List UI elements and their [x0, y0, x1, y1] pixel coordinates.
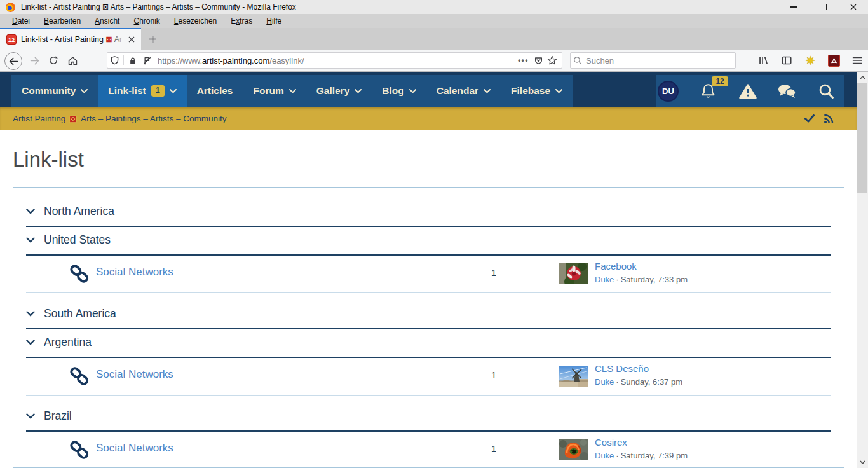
toolbar-right-icons: [756, 52, 864, 69]
page-actions-icon[interactable]: •••: [518, 56, 529, 65]
category-header-brazil[interactable]: Brazil: [26, 403, 831, 432]
link-row-facebook: Social Networks 1 Facebook Duke·Saturday…: [26, 256, 831, 293]
scroll-up-arrow[interactable]: [857, 72, 868, 83]
category-header-south-america[interactable]: South America: [26, 301, 831, 329]
search-bar[interactable]: [570, 52, 736, 69]
orange-tulip-thumbnail[interactable]: [559, 439, 588, 460]
windmill-thumbnail[interactable]: [559, 366, 588, 387]
chevron-down-icon: [81, 89, 88, 93]
extension-burst-icon[interactable]: [803, 53, 817, 67]
forward-button[interactable]: [26, 52, 43, 69]
site-symbol: ⊠: [69, 114, 77, 124]
address-bar[interactable]: https://www.artist-painting.com/easylink…: [107, 52, 562, 69]
author-link[interactable]: Duke: [595, 451, 614, 460]
breadcrumb-actions: [804, 114, 844, 124]
subcategory-link[interactable]: Social Networks: [96, 266, 173, 279]
chevron-down-icon: [170, 89, 177, 93]
nav-forum[interactable]: Forum: [243, 75, 306, 107]
category-header-united-states[interactable]: United States: [26, 227, 831, 256]
acrobat-extension-icon[interactable]: [827, 53, 841, 67]
menu-chronik[interactable]: Chronik: [126, 15, 166, 27]
bookmark-star-icon[interactable]: [545, 53, 559, 67]
nav-link-list[interactable]: Link-list1: [98, 75, 186, 107]
nav-calendar[interactable]: Calendar: [426, 75, 501, 107]
link-count: 1: [487, 268, 501, 278]
menu-bearbeiten[interactable]: Bearbeiten: [37, 15, 88, 27]
library-icon[interactable]: [756, 53, 770, 67]
link-list-card: North America United States Social Netwo…: [13, 187, 844, 468]
red-white-flower-thumbnail[interactable]: [559, 263, 588, 284]
nav-filebase[interactable]: Filebase: [501, 75, 573, 107]
lock-icon[interactable]: [126, 53, 140, 67]
reload-button[interactable]: [45, 52, 62, 69]
breadcrumb-site-link[interactable]: Artist Painting: [13, 114, 65, 123]
conversations-button[interactable]: [777, 81, 796, 100]
hamburger-menu-icon[interactable]: [850, 53, 864, 67]
chevron-down-icon: [355, 89, 362, 93]
chain-link-icon: [69, 366, 90, 389]
firefox-logo-icon: [6, 3, 15, 12]
sidebar-toggle-icon[interactable]: [780, 53, 794, 67]
tab-close-button[interactable]: [126, 34, 137, 45]
new-tab-button[interactable]: [141, 28, 164, 50]
window-controls: [778, 0, 868, 14]
close-button[interactable]: [838, 0, 868, 14]
author-link[interactable]: Duke: [595, 275, 614, 284]
latest-link-info: CLS Deseño Duke·Sunday, 6:37 pm: [595, 363, 682, 387]
plus-icon: [149, 35, 157, 43]
chevron-down-icon: [555, 89, 562, 93]
author-link[interactable]: Duke: [595, 377, 614, 387]
category-header-north-america[interactable]: North America: [26, 198, 831, 227]
latest-link-title[interactable]: Cosirex: [595, 437, 688, 448]
scroll-down-arrow[interactable]: [857, 457, 868, 467]
search-input[interactable]: [585, 55, 735, 66]
nav-articles[interactable]: Articles: [187, 75, 243, 107]
chevron-down-icon: [26, 209, 35, 214]
chevron-down-icon: [26, 237, 35, 243]
nav-blog[interactable]: Blog: [372, 75, 426, 107]
back-arrow-icon: [8, 56, 19, 67]
menu-datei[interactable]: Datei: [5, 15, 37, 27]
maximize-button[interactable]: [808, 0, 838, 14]
mark-read-check-icon[interactable]: [804, 114, 815, 123]
menu-lesezeichen[interactable]: Lesezeichen: [167, 15, 224, 27]
rss-icon[interactable]: [824, 114, 834, 124]
moderation-button[interactable]: [738, 81, 757, 100]
user-avatar[interactable]: DU: [658, 81, 679, 102]
latest-link-title[interactable]: Facebook: [595, 261, 688, 272]
menu-hilfe[interactable]: Hilfe: [259, 15, 288, 27]
permission-blocked-icon[interactable]: [140, 53, 154, 67]
close-icon: [850, 4, 857, 10]
back-button[interactable]: [4, 52, 22, 70]
main-menu: Community Link-list1 Articles Forum Gall…: [11, 75, 573, 107]
divider: [123, 55, 124, 65]
breadcrumb-tagline: Arts – Paintings – Artists – Community: [81, 114, 227, 123]
url-text[interactable]: https://www.artist-painting.com/easylink…: [158, 56, 518, 65]
home-button[interactable]: [64, 52, 81, 69]
chevron-down-icon: [26, 340, 35, 345]
pocket-icon[interactable]: [531, 53, 545, 67]
menu-ansicht[interactable]: Ansicht: [88, 15, 126, 27]
link-row-cls-deseno: Social Networks 1 CLS Deseño Duke·Sunday…: [26, 358, 831, 396]
subcategory-link[interactable]: Social Networks: [96, 368, 173, 381]
search-icon: [818, 83, 835, 100]
chain-link-icon: [69, 440, 90, 463]
site-search-button[interactable]: [817, 81, 836, 100]
link-list-count-badge: 1: [151, 85, 165, 97]
latest-link-title[interactable]: CLS Deseño: [595, 363, 682, 374]
nav-gallery[interactable]: Gallery: [306, 75, 372, 107]
tab-title: Link-list - Artist Painting ⊠ Ar: [21, 34, 126, 45]
nav-community[interactable]: Community: [11, 75, 98, 107]
minimize-button[interactable]: [778, 0, 808, 14]
timestamp: Saturday, 7:39 pm: [621, 451, 688, 460]
notifications-button[interactable]: 12: [699, 81, 718, 100]
vertical-scrollbar[interactable]: [857, 72, 868, 468]
tab-linklist[interactable]: 12 Link-list - Artist Painting ⊠ Ar: [0, 28, 141, 50]
scrollbar-thumb[interactable]: [857, 83, 867, 193]
link-count: 1: [487, 444, 501, 454]
window-titlebar: Link-list - Artist Painting ⊠ Arts – Pai…: [0, 0, 868, 14]
subcategory-link[interactable]: Social Networks: [96, 442, 173, 455]
tracking-shield-icon[interactable]: [107, 53, 121, 67]
menu-extras[interactable]: Extras: [224, 15, 259, 27]
category-header-argentina[interactable]: Argentina: [26, 329, 831, 358]
